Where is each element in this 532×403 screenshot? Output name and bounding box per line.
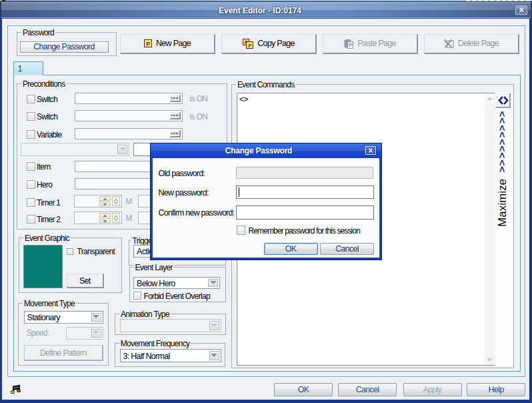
svg-text:P: P (146, 41, 150, 47)
